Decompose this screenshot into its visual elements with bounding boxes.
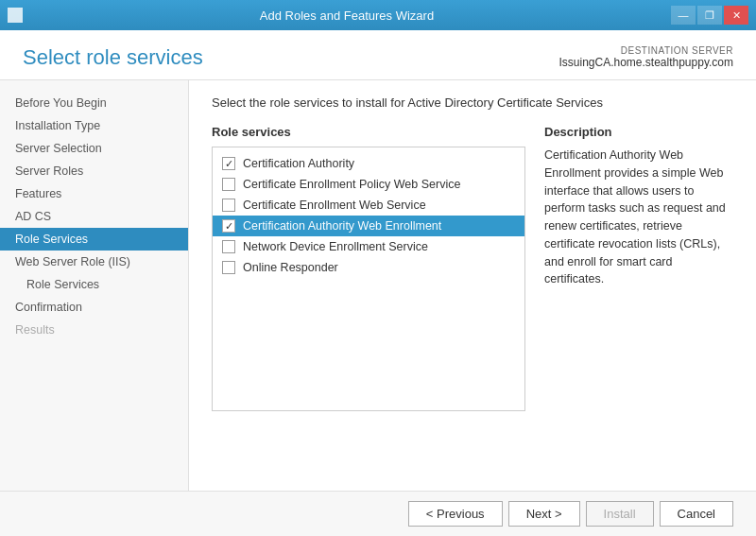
service-item-4[interactable]: Network Device Enrollment Service: [213, 236, 524, 257]
title-bar-title: Add Roles and Features Wizard: [23, 9, 671, 23]
checkbox-4[interactable]: [222, 240, 235, 253]
description-header: Description: [544, 125, 733, 139]
window-controls: — ❐ ✕: [671, 6, 748, 25]
page-title: Select role services: [23, 45, 203, 70]
service-item-5[interactable]: Online Responder: [213, 257, 524, 278]
minimize-button[interactable]: —: [671, 6, 696, 25]
checkbox-1[interactable]: [222, 178, 235, 191]
destination-server-info: DESTINATION SERVER IssuingCA.home.stealt…: [558, 45, 733, 69]
sidebar-item-9[interactable]: Confirmation: [0, 296, 188, 319]
service-label-2: Certificate Enrollment Web Service: [243, 199, 426, 212]
description-text: Certification Authority Web Enrollment p…: [544, 147, 733, 288]
checkbox-0[interactable]: ✓: [222, 157, 235, 170]
sidebar-item-5[interactable]: AD CS: [0, 205, 188, 228]
previous-button[interactable]: < Previous: [408, 501, 503, 527]
service-item-1[interactable]: Certificate Enrollment Policy Web Servic…: [213, 174, 524, 195]
service-item-0[interactable]: ✓Certification Authority: [213, 153, 524, 174]
role-services-section: Role services ✓Certification AuthorityCe…: [212, 125, 525, 475]
close-button[interactable]: ✕: [724, 6, 748, 25]
service-label-0: Certification Authority: [243, 157, 354, 170]
service-item-2[interactable]: Certificate Enrollment Web Service: [213, 195, 524, 216]
install-button[interactable]: Install: [586, 501, 654, 527]
checkbox-2[interactable]: [222, 199, 235, 212]
sidebar-item-6[interactable]: Role Services: [0, 228, 188, 251]
footer: < Previous Next > Install Cancel: [0, 491, 756, 536]
title-bar: Add Roles and Features Wizard — ❐ ✕: [0, 0, 756, 30]
checkbox-5[interactable]: [222, 261, 235, 274]
sidebar-item-3[interactable]: Server Roles: [0, 160, 188, 182]
sidebar-item-2[interactable]: Server Selection: [0, 137, 188, 160]
destination-name: IssuingCA.home.stealthpuppy.com: [558, 56, 733, 69]
sidebar: Before You BeginInstallation TypeServer …: [0, 80, 189, 491]
window-content: Select role services DESTINATION SERVER …: [0, 30, 756, 536]
restore-button[interactable]: ❐: [697, 6, 722, 25]
header-area: Select role services DESTINATION SERVER …: [0, 30, 756, 80]
sidebar-item-8[interactable]: Role Services: [0, 273, 188, 296]
content-description: Select the role services to install for …: [212, 95, 733, 110]
sidebar-item-7[interactable]: Web Server Role (IIS): [0, 251, 188, 273]
service-label-1: Certificate Enrollment Policy Web Servic…: [243, 178, 460, 191]
destination-label: DESTINATION SERVER: [558, 45, 733, 56]
next-button[interactable]: Next >: [508, 501, 580, 527]
content-columns: Role services ✓Certification AuthorityCe…: [212, 125, 733, 475]
cancel-button[interactable]: Cancel: [660, 501, 733, 527]
sidebar-item-10: Results: [0, 319, 188, 341]
sidebar-item-0[interactable]: Before You Begin: [0, 92, 188, 114]
app-icon: [8, 8, 23, 23]
services-list: ✓Certification AuthorityCertificate Enro…: [212, 147, 525, 411]
service-label-5: Online Responder: [243, 261, 338, 274]
sidebar-item-1[interactable]: Installation Type: [0, 114, 188, 137]
role-services-header: Role services: [212, 125, 525, 139]
sidebar-item-4[interactable]: Features: [0, 182, 188, 205]
service-item-3[interactable]: ✓Certification Authority Web Enrollment: [213, 216, 524, 236]
body-area: Before You BeginInstallation TypeServer …: [0, 80, 756, 491]
main-content: Select the role services to install for …: [189, 80, 756, 491]
checkbox-3[interactable]: ✓: [222, 219, 235, 233]
description-section: Description Certification Authority Web …: [544, 125, 733, 475]
service-label-4: Network Device Enrollment Service: [243, 240, 428, 253]
service-label-3: Certification Authority Web Enrollment: [243, 219, 441, 233]
